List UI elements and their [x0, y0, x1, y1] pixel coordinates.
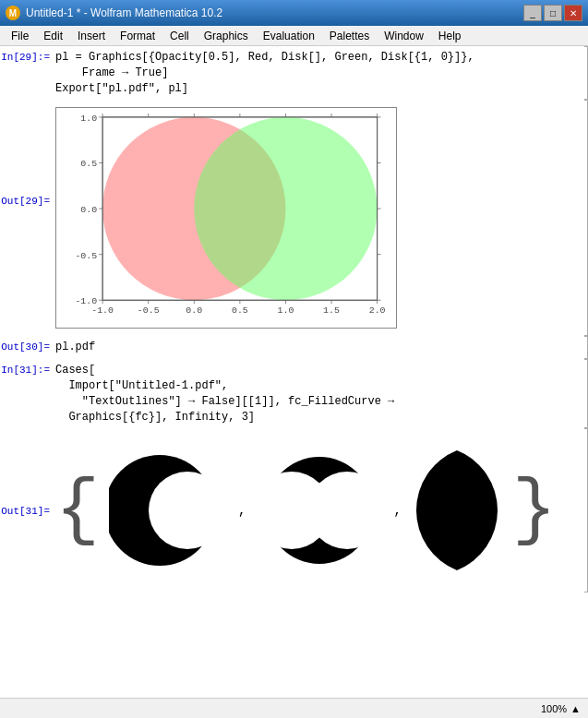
svg-text:0.5: 0.5: [232, 306, 248, 317]
close-button[interactable]: ✕: [564, 5, 582, 21]
svg-text:1.0: 1.0: [278, 306, 294, 317]
shape3-svg: [411, 441, 503, 580]
svg-text:1.5: 1.5: [323, 306, 340, 317]
content-area: In[29]:= pl = Graphics[{Opacity[0.5], Re…: [0, 46, 588, 698]
svg-text:0.5: 0.5: [80, 160, 97, 170]
svg-text:-1.0: -1.0: [91, 306, 114, 317]
title-bar: M Untitled-1 * - Wolfram Mathematica 10.…: [0, 0, 588, 26]
in29-bracket: [579, 46, 588, 100]
close-brace: }: [512, 477, 557, 544]
svg-text:M: M: [9, 8, 17, 18]
in31-line4: Graphics[{fc}], Infinity, 3]: [55, 410, 570, 425]
cell-out29: Out[29]=: [0, 100, 588, 336]
menu-format[interactable]: Format: [113, 28, 162, 44]
in31-line3: "TextOutlines"] → False][[1]], fc_Filled…: [55, 394, 570, 410]
maximize-button[interactable]: □: [544, 5, 562, 21]
in31-line1: Cases[: [55, 363, 570, 378]
cell-in29: In[29]:= pl = Graphics[{Opacity[0.5], Re…: [0, 46, 588, 100]
svg-point-49: [308, 472, 384, 549]
minimize-button[interactable]: _: [523, 5, 542, 21]
menu-file[interactable]: File: [4, 28, 36, 44]
menu-graphics[interactable]: Graphics: [197, 28, 256, 44]
out31-label: Out[31]=: [0, 504, 55, 517]
out29-bracket: [579, 100, 588, 336]
bottom-padding: [0, 592, 588, 620]
window-title: Untitled-1 * - Wolfram Mathematica 10.2: [26, 6, 523, 19]
status-bar: 100% ▲: [0, 698, 588, 718]
in29-line1: pl = Graphics[{Opacity[0.5], Red, Disk[]…: [55, 50, 570, 66]
svg-point-45: [149, 472, 226, 549]
out31-bracket: [579, 428, 588, 592]
out30-text: pl.pdf: [55, 340, 570, 355]
in29-body[interactable]: pl = Graphics[{Opacity[0.5], Red, Disk[]…: [55, 50, 570, 96]
menu-palettes[interactable]: Palettes: [322, 28, 377, 44]
menu-bar: File Edit Insert Format Cell Graphics Ev…: [0, 26, 588, 46]
in31-line2: Import["Untitled-1.pdf",: [55, 378, 570, 394]
svg-text:-0.5: -0.5: [75, 251, 97, 261]
window-controls: _ □ ✕: [523, 5, 582, 21]
out31-body: {: [55, 432, 570, 589]
in31-label: In[31]:=: [0, 363, 55, 425]
comma2: ,: [393, 503, 401, 518]
svg-text:2.0: 2.0: [369, 306, 386, 317]
menu-window[interactable]: Window: [377, 28, 431, 44]
open-brace: {: [55, 477, 100, 544]
out30-label: Out[30]=: [0, 340, 55, 355]
shapes-row: {: [55, 432, 570, 589]
app-icon: M: [6, 6, 20, 20]
svg-text:0.0: 0.0: [186, 306, 202, 317]
svg-text:-0.5: -0.5: [138, 306, 160, 317]
cell-out31: Out[31]= {: [0, 428, 588, 592]
zoom-level: 100%: [541, 703, 567, 714]
svg-point-41: [194, 117, 377, 300]
menu-cell[interactable]: Cell: [162, 28, 197, 44]
out30-body: pl.pdf: [55, 340, 570, 355]
in31-bracket: [579, 359, 588, 428]
svg-text:1.0: 1.0: [80, 114, 97, 124]
out30-bracket: [579, 336, 588, 359]
out29-label: Out[29]=: [0, 103, 55, 207]
in29-label: In[29]:=: [0, 50, 55, 96]
in31-body[interactable]: Cases[ Import["Untitled-1.pdf", "TextOut…: [55, 363, 570, 425]
menu-help[interactable]: Help: [431, 28, 469, 44]
graph-output: 1.0 0.5 0.0 -0.5 -1.0: [55, 107, 397, 329]
in29-line3: Export["pl.pdf", pl]: [55, 81, 570, 97]
cell-out30: Out[30]= pl.pdf: [0, 336, 588, 359]
cell-in31: In[31]:= Cases[ Import["Untitled-1.pdf",…: [0, 359, 588, 428]
svg-text:0.0: 0.0: [80, 205, 97, 215]
in29-line2: Frame → True]: [55, 66, 570, 81]
zoom-icon[interactable]: ▲: [570, 703, 581, 714]
shape1-svg: [109, 441, 229, 580]
shape2-svg: [255, 441, 384, 580]
out29-body: 1.0 0.5 0.0 -0.5 -1.0: [55, 103, 570, 332]
notebook[interactable]: In[29]:= pl = Graphics[{Opacity[0.5], Re…: [0, 46, 588, 698]
menu-evaluation[interactable]: Evaluation: [256, 28, 322, 44]
comma1: ,: [238, 503, 246, 518]
menu-insert[interactable]: Insert: [70, 28, 113, 44]
menu-edit[interactable]: Edit: [36, 28, 70, 44]
